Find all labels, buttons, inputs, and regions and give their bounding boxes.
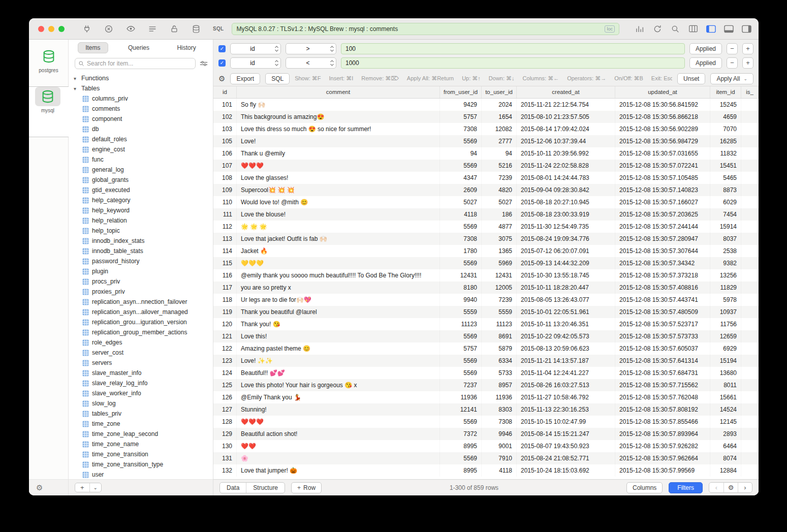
sidebar-table-time_zone[interactable]: time_zone (69, 419, 213, 429)
disconnect-icon[interactable] (104, 24, 114, 34)
sidebar-table-engine_cost[interactable]: engine_cost (69, 144, 213, 154)
table-row[interactable]: 127Stunning!1214183032015-11-13 22:30:16… (213, 403, 759, 416)
table-settings-gear-icon[interactable]: ⚙ (218, 75, 225, 82)
table-row[interactable]: 125Love this photo! Your hair is gorgeou… (213, 379, 759, 391)
filter-applied-button[interactable]: Applied (689, 57, 722, 69)
table-row[interactable]: 101So fly 🙌🏻942920242015-11-21 22:12:54.… (213, 99, 759, 111)
search-icon[interactable] (670, 24, 680, 34)
filter-value-input[interactable] (341, 43, 685, 54)
sidebar-table-server_cost[interactable]: server_cost (69, 348, 213, 358)
sidebar-table-time_zone_leap_second[interactable]: time_zone_leap_second (69, 429, 213, 439)
unset-button[interactable]: Unset (677, 73, 705, 84)
table-row[interactable]: 120Thank you! 😘11123111232015-10-11 13:2… (213, 318, 759, 330)
sidebar-table-slave_worker_info[interactable]: slave_worker_info (69, 388, 213, 398)
sidebar-table-global_grants[interactable]: global_grants (69, 175, 213, 185)
search-input[interactable] (87, 60, 192, 67)
tab-history[interactable]: History (169, 42, 203, 53)
column-header-comment[interactable]: comment (237, 86, 440, 98)
sidebar-table-func[interactable]: func (69, 154, 213, 165)
table-row[interactable]: 103Love this dress so much 😍 so nice for… (213, 123, 759, 135)
column-header-is_[interactable]: is_ (741, 86, 759, 98)
sidebar-table-user[interactable]: user (69, 470, 213, 479)
table-row[interactable]: 110Would love to! @mith 😊502750272015-08… (213, 196, 759, 208)
database-icon[interactable] (191, 24, 201, 34)
column-header-item_id[interactable]: item_id (710, 86, 741, 98)
tab-queries[interactable]: Queries (120, 42, 157, 53)
connection-postgres[interactable]: postgres (36, 47, 61, 73)
sidebar-table-component[interactable]: component (69, 114, 213, 124)
search-box[interactable] (75, 58, 196, 69)
table-row[interactable]: 124Beautiful!! 💕💕556957332015-11-04 12:2… (213, 367, 759, 379)
export-button[interactable]: Export (230, 73, 260, 84)
table-columns-icon[interactable] (688, 24, 698, 34)
sql-editor-icon[interactable]: SQL (213, 24, 224, 34)
sidebar-table-help_topic[interactable]: help_topic (69, 226, 213, 236)
sidebar-table-time_zone_name[interactable]: time_zone_name (69, 439, 213, 449)
sidebar-table-replication_asyn...ailover_managed[interactable]: replication_asyn...ailover_managed (69, 307, 213, 317)
table-row[interactable]: 102This background is amazing😍5757165420… (213, 111, 759, 123)
apply-all-button[interactable]: Apply All⌄ (710, 73, 753, 84)
sidebar-table-db[interactable]: db (69, 124, 213, 134)
table-row[interactable]: 129Beautiful action shot!737299462015-08… (213, 428, 759, 440)
filter-enabled-checkbox[interactable]: ✓ (218, 59, 226, 67)
columns-button[interactable]: Columns (626, 482, 663, 493)
filter-slider-icon[interactable] (200, 60, 208, 67)
sidebar-table-innodb_table_stats[interactable]: innodb_table_stats (69, 246, 213, 256)
table-row[interactable]: 130❤️❤️899590012015-08-07 19:43:50.92320… (213, 440, 759, 452)
sidebar-table-proxies_priv[interactable]: proxies_priv (69, 287, 213, 297)
sidebar-table-time_zone_transition[interactable]: time_zone_transition (69, 449, 213, 459)
sidebar-table-slave_master_info[interactable]: slave_master_info (69, 368, 213, 378)
sidebar-table-procs_priv[interactable]: procs_priv (69, 276, 213, 287)
sidebar-table-slave_relay_log_info[interactable]: slave_relay_log_info (69, 378, 213, 388)
table-row[interactable]: 105Love!556927772015-12-06 10:37:39.4420… (213, 135, 759, 147)
sidebar-table-time_zone_transition_type[interactable]: time_zone_transition_type (69, 459, 213, 470)
settings-gear-icon[interactable]: ⚙ (36, 484, 43, 491)
remove-filter-button[interactable]: − (727, 57, 738, 69)
sidebar-table-servers[interactable]: servers (69, 358, 213, 368)
sidebar-table-replication_asyn...nnection_failover[interactable]: replication_asyn...nnection_failover (69, 297, 213, 307)
sidebar-table-replication_group_member_actions[interactable]: replication_group_member_actions (69, 327, 213, 337)
sidebar-table-columns_priv[interactable]: columns_priv (69, 93, 213, 104)
table-row[interactable]: 114Jacket 🔥178013652015-07-12 06:20:07.0… (213, 245, 759, 257)
lock-icon[interactable] (169, 24, 179, 34)
table-row[interactable]: 107❤️❤️❤️556952162015-11-24 22:02:58.828… (213, 160, 759, 172)
column-header-id[interactable]: id (213, 86, 237, 98)
tab-items[interactable]: Items (78, 42, 108, 53)
column-header-to_user_id[interactable]: to_user_id (482, 86, 517, 98)
column-header-from_user_id[interactable]: from_user_id (440, 86, 482, 98)
panel-bottom-icon[interactable] (723, 24, 734, 34)
remove-filter-button[interactable]: − (727, 43, 738, 54)
sidebar-table-role_edges[interactable]: role_edges (69, 337, 213, 348)
page-settings-gear-icon[interactable]: ⚙ (723, 483, 738, 492)
table-row[interactable]: 111Love the blouse!41181862015-08-18 23:… (213, 208, 759, 221)
filter-column-select[interactable]: id (230, 57, 281, 69)
minimize-window-button[interactable] (48, 26, 54, 32)
sidebar-table-comments[interactable]: comments (69, 104, 213, 114)
rows-icon[interactable] (147, 24, 158, 34)
tree-section-functions[interactable]: ▾Functions (69, 73, 213, 83)
table-row[interactable]: 112🌟 🌟 🌟556948772015-11-30 12:54:49.7352… (213, 221, 759, 233)
next-page-button[interactable]: › (738, 483, 752, 492)
table-row[interactable]: 113Love that jacket! Outfit is fab 🙌🏻730… (213, 233, 759, 245)
sidebar-table-innodb_index_stats[interactable]: innodb_index_stats (69, 236, 213, 246)
table-row[interactable]: 108Love the glasses!434772392015-08-01 1… (213, 172, 759, 184)
add-row-button[interactable]: +Row (291, 482, 322, 493)
filter-operator-select[interactable]: < (286, 57, 336, 69)
connection-plug-icon[interactable] (82, 24, 92, 34)
table-row[interactable]: 131🌸556979102015-08-24 21:08:52.7712015-… (213, 452, 759, 464)
table-row[interactable]: 118Ur legs are to die for🙌🏻💖994072392015… (213, 294, 759, 306)
add-filter-button[interactable]: + (742, 57, 753, 69)
table-row[interactable]: 132Love that jumper! 🎃899541182015-10-24… (213, 464, 759, 477)
refresh-icon[interactable] (652, 24, 663, 34)
sidebar-table-help_relation[interactable]: help_relation (69, 215, 213, 226)
table-row[interactable]: 115💛💛💛556959692015-09-13 14:44:32.209201… (213, 257, 759, 269)
filter-applied-button[interactable]: Applied (689, 43, 722, 54)
table-row[interactable]: 117you are so pretty x8180120052015-10-1… (213, 281, 759, 294)
panel-left-icon[interactable] (706, 24, 716, 34)
filter-operator-select[interactable]: > (286, 43, 336, 54)
connection-mysql[interactable]: mysql (29, 86, 74, 137)
sidebar-table-general_log[interactable]: general_log (69, 165, 213, 175)
table-row[interactable]: 106Thank u @emily94942015-10-11 20:39:56… (213, 147, 759, 160)
sidebar-table-replication_grou...iguration_version[interactable]: replication_grou...iguration_version (69, 317, 213, 327)
table-row[interactable]: 116@emily thank you soooo much beautiful… (213, 269, 759, 281)
